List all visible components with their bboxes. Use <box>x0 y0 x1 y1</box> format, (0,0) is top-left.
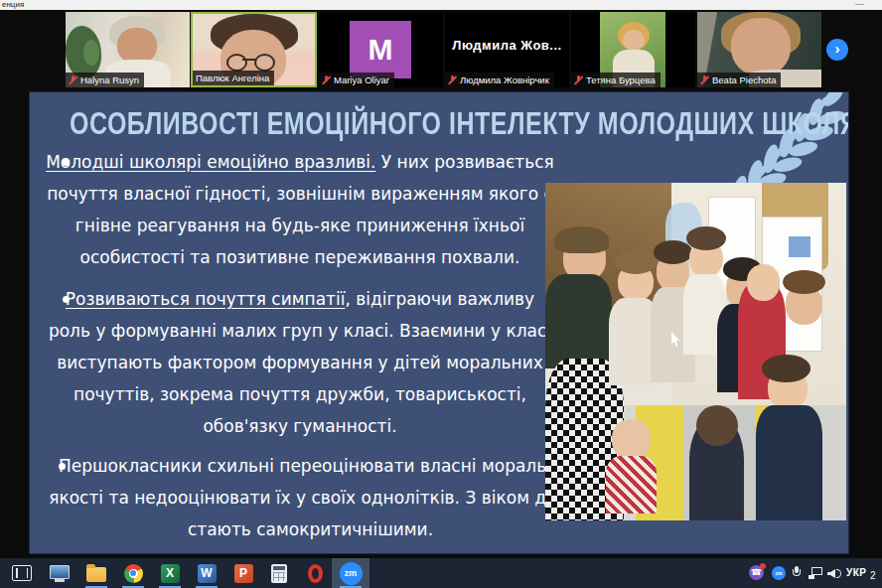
person-face <box>117 28 157 64</box>
background-window-title: енция <box>2 0 24 10</box>
minimize-button[interactable]: — <box>855 0 864 9</box>
taskbar-opera-button[interactable] <box>296 558 334 588</box>
bullet-dot <box>59 463 66 470</box>
slide-bullet-2: Розвиваються почуття симпатії, відіграюч… <box>44 283 556 442</box>
participant-name-tag: Mariya Oliyar <box>319 73 394 87</box>
tray-zoom-icon[interactable]: zm <box>772 566 786 580</box>
participant-name-tag: Павлюк Ангеліна <box>193 71 274 85</box>
taskbar-computer-button[interactable] <box>41 558 78 588</box>
chrome-icon <box>124 564 143 583</box>
bullet-dot <box>63 296 70 303</box>
photo-poster-detail <box>789 236 809 256</box>
word-icon: W <box>198 564 217 583</box>
participant-tile-pavliuk-anhelina[interactable]: Павлюк Ангеліна <box>191 12 317 87</box>
taskbar-chrome-button[interactable] <box>114 558 152 588</box>
muted-mic-icon <box>700 75 709 85</box>
slide-title: ОСОБЛИВОСТІ ЕМОЦІЙНОГО ІНТЕЛЕКТУ МОЛОДШИ… <box>70 106 755 141</box>
photo-child-face <box>612 419 651 460</box>
photo-child-body <box>756 405 822 520</box>
next-participants-button[interactable]: › <box>826 39 848 61</box>
muted-mic-icon <box>322 75 331 85</box>
taskbar-task-view-button[interactable] <box>3 558 41 588</box>
bullet-rest-text: , відіграючи важливу роль у формуванні м… <box>49 289 551 436</box>
participant-tile-liudmyla-zhovnirchyk[interactable]: Людмила Жов... Людмила Жовнірчик <box>445 12 569 87</box>
classroom-group-photo <box>545 183 846 520</box>
tray-microphone-icon[interactable] <box>792 566 801 580</box>
background-window-titlebar: енция — <box>0 0 882 10</box>
taskbar-calculator-button[interactable] <box>260 558 298 588</box>
taskbar-file-explorer-button[interactable] <box>77 558 115 588</box>
tray-volume-icon[interactable] <box>827 567 842 579</box>
zoom-meeting-screen: енция — Halyna Rusyn Павлюк Ан <box>0 0 882 588</box>
photo-teacher-hair <box>554 226 609 253</box>
participant-tile-mariya-oliyar[interactable]: M Mariya Oliyar <box>319 12 443 87</box>
participant-tile-halyna-rusyn[interactable]: Halyna Rusyn <box>66 12 190 87</box>
photo-child-hair <box>696 405 738 446</box>
glasses-bridge <box>242 59 255 61</box>
photo-child-hair <box>783 270 824 294</box>
person-face <box>623 30 645 51</box>
taskbar-word-button[interactable]: W <box>188 558 225 588</box>
photo-teacher-body <box>545 274 612 368</box>
participant-filmstrip: Halyna Rusyn Павлюк Ангеліна M Mariya Ol… <box>0 10 882 89</box>
taskbar-zoom-button[interactable]: zm <box>332 558 369 588</box>
participant-name: Beata Piechota <box>712 74 776 86</box>
participant-name-tag: Тетяна Бурцева <box>571 73 661 87</box>
bullet-lead-text: Молодші школярі емоційно вразливі. <box>46 152 375 172</box>
powerpoint-icon: P <box>234 564 253 583</box>
photo-child-hair <box>762 355 809 381</box>
bullet-rest-text: Першокласники схильні переоцінювати влас… <box>49 456 572 539</box>
screen-share-area: ОСОБЛИВОСТІ ЕМОЦІЙНОГО ІНТЕЛЕКТУ МОЛОДШИ… <box>0 89 882 558</box>
muted-mic-icon <box>69 75 77 85</box>
glasses-left <box>226 54 247 72</box>
computer-icon <box>50 565 70 582</box>
plant-decor <box>83 40 99 66</box>
excel-icon: X <box>161 564 180 583</box>
photo-child-face <box>747 264 780 301</box>
glasses-right <box>254 54 275 72</box>
participant-tile-tetiana-burtseva[interactable]: Тетяна Бурцева <box>571 12 695 87</box>
participant-name: Halyna Rusyn <box>80 74 139 86</box>
taskbar-excel-button[interactable]: X <box>151 558 189 588</box>
bullet-lead-text: Розвиваються почуття симпатії <box>66 289 346 309</box>
participant-name: Павлюк Ангеліна <box>196 72 269 84</box>
folder-icon <box>86 567 106 582</box>
calculator-icon <box>271 564 287 583</box>
participant-name-tag: Beata Piechota <box>697 73 781 87</box>
muted-mic-icon <box>448 75 457 85</box>
opera-icon <box>308 564 323 583</box>
slide-bullet-3: Першокласники схильні переоцінювати влас… <box>40 450 581 545</box>
participant-name: Mariya Oliyar <box>334 74 389 86</box>
tray-language-indicator[interactable]: УКР <box>846 567 867 578</box>
participant-display-name: Людмила Жов... <box>445 38 569 53</box>
task-view-icon <box>12 565 32 581</box>
photo-child-hair <box>615 250 657 274</box>
tray-viber-icon[interactable]: ☎ <box>749 565 764 580</box>
tray-network-icon[interactable] <box>808 567 823 579</box>
participant-tile-beata-piechota[interactable]: Beata Piechota <box>697 12 821 87</box>
muted-mic-icon <box>574 75 583 85</box>
avatar: M <box>350 21 411 78</box>
person-face <box>731 18 791 75</box>
participant-name: Людмила Жовнірчик <box>460 74 549 86</box>
participant-name: Тетяна Бурцева <box>586 74 656 86</box>
tray-clock[interactable]: 2 <box>870 570 882 581</box>
windows-taskbar: X W P zm ☎ zm УКР 2 <box>0 558 882 588</box>
zoom-icon: zm <box>340 562 363 585</box>
bullet-dot <box>63 159 70 166</box>
slide-bullet-1: Молодші школярі емоційно вразливі. У них… <box>44 146 556 273</box>
taskbar-powerpoint-button[interactable]: P <box>224 558 262 588</box>
photo-child-striped-shirt <box>606 456 658 514</box>
photo-child-hair <box>654 240 692 264</box>
participant-name-tag: Людмила Жовнірчик <box>445 73 554 87</box>
presentation-slide: ОСОБЛИВОСТІ ЕМОЦІЙНОГО ІНТЕЛЕКТУ МОЛОДШИ… <box>30 92 848 553</box>
participant-name-tag: Halyna Rusyn <box>66 73 144 87</box>
photo-child-hair <box>686 226 725 250</box>
